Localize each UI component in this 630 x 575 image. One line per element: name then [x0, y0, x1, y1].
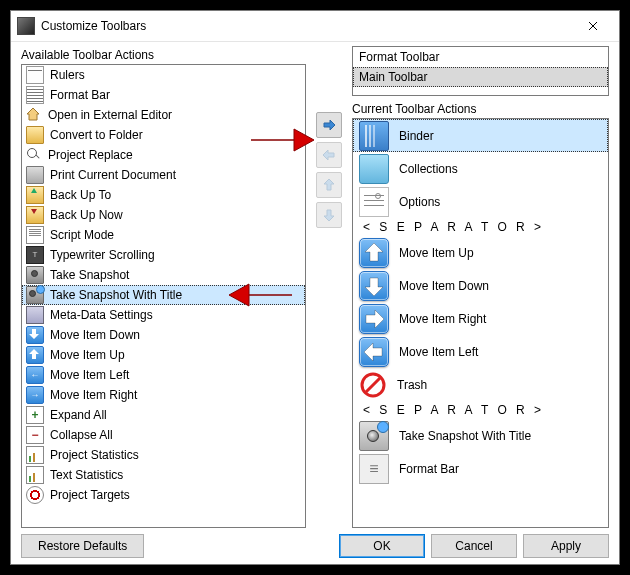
current-actions-list[interactable]: BinderCollectionsOptions< S E P A R A T …: [352, 118, 609, 528]
action-icon: [26, 186, 44, 204]
action-label: Take Snapshot With Title: [399, 429, 531, 443]
toolbar-item[interactable]: Main Toolbar: [353, 67, 608, 87]
action-icon: T: [26, 246, 44, 264]
action-icon: [26, 266, 44, 284]
action-icon: ←: [26, 366, 44, 384]
ok-button[interactable]: OK: [339, 534, 425, 558]
action-icon: [359, 371, 387, 399]
current-action-item[interactable]: Options: [353, 185, 608, 218]
available-action-item[interactable]: Script Mode: [22, 225, 305, 245]
action-label: Take Snapshot With Title: [50, 288, 182, 302]
action-label: Binder: [399, 129, 434, 143]
separator-item[interactable]: < S E P A R A T O R >: [353, 218, 608, 236]
available-action-item[interactable]: Convert to Folder: [22, 125, 305, 145]
action-label: Script Mode: [50, 228, 114, 242]
available-action-item[interactable]: Meta-Data Settings: [22, 305, 305, 325]
current-action-item[interactable]: Move Item Left: [353, 335, 608, 368]
available-action-item[interactable]: +Expand All: [22, 405, 305, 425]
current-action-item[interactable]: Move Item Up: [353, 236, 608, 269]
action-label: Format Bar: [399, 462, 459, 476]
available-action-item[interactable]: Back Up To: [22, 185, 305, 205]
action-icon: [359, 154, 389, 184]
action-label: Typewriter Scrolling: [50, 248, 155, 262]
action-icon: +: [26, 406, 44, 424]
action-label: Trash: [397, 378, 427, 392]
available-action-item[interactable]: Move Item Up: [22, 345, 305, 365]
action-label: Move Item Left: [50, 368, 129, 382]
action-label: Collapse All: [50, 428, 113, 442]
available-action-item[interactable]: →Move Item Right: [22, 385, 305, 405]
action-label: Convert to Folder: [50, 128, 143, 142]
restore-defaults-button[interactable]: Restore Defaults: [21, 534, 144, 558]
current-action-item[interactable]: ≡Format Bar: [353, 452, 608, 485]
action-label: Text Statistics: [50, 468, 123, 482]
action-label: Move Item Right: [50, 388, 137, 402]
action-label: Back Up Now: [50, 208, 123, 222]
transfer-buttons: [314, 46, 344, 528]
move-up-button[interactable]: [316, 172, 342, 198]
action-label: Move Item Up: [399, 246, 474, 260]
action-label: Open in External Editor: [48, 108, 172, 122]
available-action-item[interactable]: −Collapse All: [22, 425, 305, 445]
app-icon: [17, 17, 35, 35]
svg-line-1: [366, 378, 380, 392]
available-action-item[interactable]: Project Replace: [22, 145, 305, 165]
action-icon: [26, 226, 44, 244]
window-title: Customize Toolbars: [41, 19, 573, 33]
action-label: Project Targets: [50, 488, 130, 502]
add-action-button[interactable]: [316, 112, 342, 138]
action-icon: →: [26, 386, 44, 404]
current-action-item[interactable]: Binder: [353, 119, 608, 152]
available-action-item[interactable]: Print Current Document: [22, 165, 305, 185]
available-actions-label: Available Toolbar Actions: [21, 48, 306, 62]
available-action-item[interactable]: Back Up Now: [22, 205, 305, 225]
remove-action-button[interactable]: [316, 142, 342, 168]
separator-item[interactable]: < S E P A R A T O R >: [353, 401, 608, 419]
action-label: Back Up To: [50, 188, 111, 202]
available-action-item[interactable]: Format Bar: [22, 85, 305, 105]
dialog-button-row: Restore Defaults OK Cancel Apply: [21, 528, 609, 558]
action-label: Move Item Right: [399, 312, 486, 326]
action-icon: [26, 107, 42, 123]
current-action-item[interactable]: Move Item Down: [353, 269, 608, 302]
dialog-window: Customize Toolbars Available Toolbar Act…: [10, 10, 620, 565]
action-label: Collections: [399, 162, 458, 176]
action-icon: [26, 66, 44, 84]
available-action-item[interactable]: ←Move Item Left: [22, 365, 305, 385]
action-label: Move Item Down: [50, 328, 140, 342]
action-label: Format Bar: [50, 88, 110, 102]
available-action-item[interactable]: Open in External Editor: [22, 105, 305, 125]
arrow-left-icon: [320, 146, 338, 164]
action-label: Move Item Down: [399, 279, 489, 293]
available-action-item[interactable]: Move Item Down: [22, 325, 305, 345]
action-icon: [26, 147, 42, 163]
apply-button[interactable]: Apply: [523, 534, 609, 558]
action-label: Print Current Document: [50, 168, 176, 182]
available-action-item[interactable]: Rulers: [22, 65, 305, 85]
available-action-item[interactable]: Text Statistics: [22, 465, 305, 485]
close-button[interactable]: [573, 11, 613, 41]
move-down-button[interactable]: [316, 202, 342, 228]
action-label: Take Snapshot: [50, 268, 129, 282]
action-icon: [26, 206, 44, 224]
action-icon: [26, 86, 44, 104]
toolbar-selector-list[interactable]: Format ToolbarMain Toolbar: [352, 46, 609, 96]
available-actions-list[interactable]: RulersFormat BarOpen in External EditorC…: [21, 64, 306, 528]
current-action-item[interactable]: Collections: [353, 152, 608, 185]
available-action-item[interactable]: Take Snapshot: [22, 265, 305, 285]
current-action-item[interactable]: Trash: [353, 368, 608, 401]
current-action-item[interactable]: Move Item Right: [353, 302, 608, 335]
available-action-item[interactable]: Take Snapshot With Title: [22, 285, 305, 305]
available-action-item[interactable]: Project Statistics: [22, 445, 305, 465]
action-icon: [26, 466, 44, 484]
action-icon: [359, 238, 389, 268]
cancel-button[interactable]: Cancel: [431, 534, 517, 558]
action-icon: [359, 121, 389, 151]
available-action-item[interactable]: TTypewriter Scrolling: [22, 245, 305, 265]
available-action-item[interactable]: Project Targets: [22, 485, 305, 505]
action-icon: [359, 271, 389, 301]
action-icon: −: [26, 426, 44, 444]
toolbar-item[interactable]: Format Toolbar: [353, 47, 608, 67]
action-label: Project Replace: [48, 148, 133, 162]
current-action-item[interactable]: Take Snapshot With Title: [353, 419, 608, 452]
